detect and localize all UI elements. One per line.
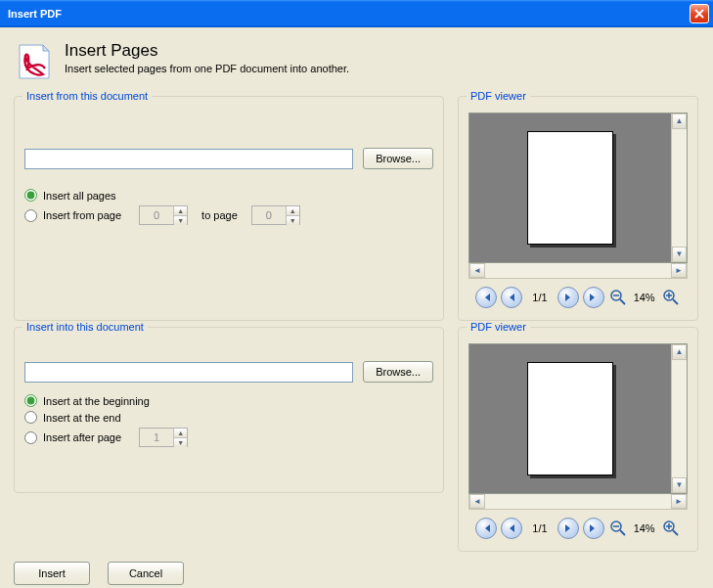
group-insert-into: Insert into this document Browse... Inse…: [14, 327, 444, 493]
page-title: Insert Pages: [65, 41, 349, 61]
after-page-spinner[interactable]: ▲▼: [139, 428, 188, 447]
label-to-page: to page: [201, 209, 238, 221]
prev-page-button[interactable]: [501, 287, 522, 308]
chevron-down-icon[interactable]: ▼: [672, 477, 687, 493]
to-page-spinner[interactable]: ▲▼: [251, 205, 300, 225]
source-file-input[interactable]: [24, 149, 353, 169]
pdf-icon: [14, 41, 55, 82]
page-subtitle: Insert selected pages from one PDF docum…: [65, 63, 349, 74]
page-thumbnail: [527, 131, 613, 245]
chevron-up-icon[interactable]: ▲: [287, 206, 299, 216]
svg-line-11: [673, 530, 678, 535]
from-page-spinner[interactable]: ▲▼: [139, 205, 188, 225]
chevron-left-icon[interactable]: ◄: [469, 494, 485, 509]
radio-insert-end[interactable]: [24, 411, 37, 424]
zoom-out-button[interactable]: [608, 288, 628, 307]
group-viewer-1: PDF viewer ▲▼ ◄► 1/1 14%: [458, 96, 698, 321]
opt-insert-end[interactable]: Insert at the end: [24, 411, 433, 424]
svg-line-8: [620, 530, 625, 535]
group-viewer-2: PDF viewer ▲▼ ◄► 1/1 14%: [458, 327, 698, 552]
group-title-viewer1: PDF viewer: [467, 90, 530, 102]
zoom-in-button[interactable]: [661, 288, 681, 307]
group-title-viewer2: PDF viewer: [467, 321, 530, 333]
last-page-button[interactable]: [583, 518, 604, 539]
next-page-button[interactable]: [557, 518, 579, 539]
chevron-up-icon[interactable]: ▲: [174, 206, 187, 216]
browse-source-button[interactable]: Browse...: [363, 148, 433, 169]
label-insert-after: Insert after page: [43, 431, 121, 443]
chevron-right-icon[interactable]: ►: [671, 494, 687, 509]
radio-insert-after[interactable]: [24, 431, 37, 444]
opt-insert-range[interactable]: Insert from page ▲▼ to page ▲▼: [24, 205, 433, 225]
zoom-level: 14%: [634, 522, 655, 534]
browse-target-button[interactable]: Browse...: [363, 361, 433, 383]
pdf-viewer-canvas-2: ▲▼: [468, 343, 688, 494]
zoom-out-button[interactable]: [608, 519, 628, 538]
chevron-up-icon[interactable]: ▲: [672, 113, 687, 129]
opt-insert-after[interactable]: Insert after page ▲▼: [24, 428, 433, 447]
close-icon: [694, 9, 704, 19]
window-title: Insert PDF: [4, 8, 690, 20]
chevron-down-icon[interactable]: ▼: [287, 216, 299, 225]
label-insert-range: Insert from page: [43, 209, 121, 221]
pdf-viewer-canvas-1: ▲▼: [468, 113, 688, 263]
first-page-button[interactable]: [475, 287, 497, 308]
zoom-level: 14%: [634, 292, 655, 303]
radio-insert-begin[interactable]: [24, 394, 37, 407]
vertical-scrollbar[interactable]: ▲▼: [671, 344, 687, 493]
label-insert-all: Insert all pages: [43, 190, 116, 202]
chevron-down-icon[interactable]: ▼: [174, 216, 187, 225]
first-page-button[interactable]: [475, 518, 497, 539]
opt-insert-begin[interactable]: Insert at the beginning: [24, 394, 433, 407]
dialog-header: Insert Pages Insert selected pages from …: [14, 35, 699, 96]
radio-insert-all[interactable]: [24, 189, 37, 202]
cancel-button[interactable]: Cancel: [108, 562, 184, 585]
from-page-input[interactable]: [140, 206, 173, 224]
titlebar: Insert PDF: [0, 0, 713, 27]
group-title-into: Insert into this document: [22, 321, 148, 333]
prev-page-button[interactable]: [501, 518, 522, 539]
chevron-right-icon[interactable]: ►: [671, 263, 687, 278]
to-page-input[interactable]: [252, 206, 286, 224]
close-button[interactable]: [690, 4, 709, 23]
svg-line-1: [620, 299, 625, 304]
chevron-up-icon[interactable]: ▲: [174, 429, 187, 438]
chevron-left-icon[interactable]: ◄: [469, 263, 485, 278]
opt-insert-all[interactable]: Insert all pages: [24, 189, 433, 202]
zoom-in-button[interactable]: [661, 519, 681, 538]
horizontal-scrollbar[interactable]: ◄►: [468, 263, 688, 279]
page-indicator: 1/1: [532, 292, 547, 303]
next-page-button[interactable]: [557, 287, 579, 308]
radio-insert-range[interactable]: [24, 209, 37, 222]
target-file-input[interactable]: [24, 362, 353, 383]
page-indicator: 1/1: [532, 522, 547, 534]
vertical-scrollbar[interactable]: ▲▼: [671, 113, 687, 262]
after-page-input[interactable]: [140, 429, 173, 446]
page-thumbnail: [527, 362, 613, 475]
chevron-down-icon[interactable]: ▼: [672, 247, 687, 262]
insert-button[interactable]: Insert: [14, 562, 90, 585]
group-title-from: Insert from this document: [22, 90, 152, 102]
svg-line-4: [673, 299, 678, 304]
last-page-button[interactable]: [583, 287, 604, 308]
label-insert-end: Insert at the end: [43, 412, 121, 424]
group-insert-from: Insert from this document Browse... Inse…: [14, 96, 444, 321]
label-insert-begin: Insert at the beginning: [43, 395, 150, 407]
chevron-down-icon[interactable]: ▼: [174, 438, 187, 447]
horizontal-scrollbar[interactable]: ◄►: [468, 494, 688, 510]
chevron-up-icon[interactable]: ▲: [672, 344, 687, 360]
